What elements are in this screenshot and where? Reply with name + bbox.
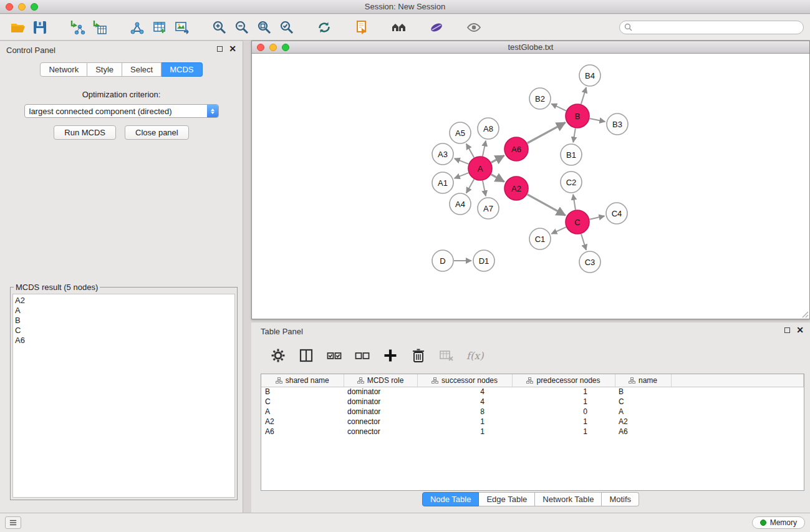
edge-A-A7[interactable] <box>483 181 486 196</box>
mcds-result-item[interactable]: C <box>15 326 234 336</box>
tab-select[interactable]: Select <box>122 62 162 77</box>
node-B3[interactable]: B3 <box>607 114 628 135</box>
table-cell[interactable]: dominator <box>344 397 417 407</box>
node-A8[interactable]: A8 <box>478 118 499 139</box>
close-panel-button[interactable]: Close panel <box>125 125 189 140</box>
new-network-icon[interactable] <box>126 17 148 38</box>
table-cell[interactable]: connector <box>344 427 417 437</box>
edge-A-A4[interactable] <box>466 179 474 193</box>
table-cell[interactable]: A <box>615 407 671 417</box>
deselect-all-icon[interactable] <box>354 347 370 364</box>
close-window-button[interactable] <box>6 3 13 11</box>
node-C4[interactable]: C4 <box>606 203 627 224</box>
float-panel-icon[interactable] <box>217 46 223 52</box>
edge-C-C4[interactable] <box>590 216 605 219</box>
edge-A-A3[interactable] <box>455 158 469 164</box>
node-B[interactable]: B <box>566 104 589 128</box>
table-row[interactable]: Cdominator41C <box>261 397 804 407</box>
mcds-result-item[interactable]: A2 <box>15 296 234 306</box>
table-cell[interactable]: B <box>261 387 344 397</box>
add-row-icon[interactable] <box>382 347 398 364</box>
network-maximize-button[interactable] <box>282 44 289 51</box>
node-D1[interactable]: D1 <box>473 250 494 271</box>
show-hide-icon[interactable] <box>463 17 485 38</box>
column-header-mcds-role[interactable]: MCDS role <box>344 374 417 387</box>
import-network-icon[interactable] <box>66 17 89 38</box>
edge-A-A5[interactable] <box>466 143 474 157</box>
table-cell[interactable]: 4 <box>417 387 512 397</box>
criterion-dropdown[interactable]: largest connected component (directed) <box>24 104 219 118</box>
mcds-result-list[interactable]: A2ABCA6 <box>12 294 235 498</box>
first-neighbors-icon[interactable] <box>388 17 410 38</box>
node-C1[interactable]: C1 <box>529 228 551 249</box>
edge-A6-B[interactable] <box>528 122 566 143</box>
node-A6[interactable]: A6 <box>504 137 528 161</box>
edge-C-C1[interactable] <box>551 227 566 234</box>
zoom-fit-icon[interactable] <box>253 17 276 38</box>
table-row[interactable]: A6connector11A6 <box>261 427 804 437</box>
network-close-button[interactable] <box>257 44 264 51</box>
column-header-predecessor-nodes[interactable]: predecessor nodes <box>512 374 615 387</box>
tab-motifs[interactable]: Motifs <box>602 492 639 506</box>
column-header-shared-name[interactable]: shared name <box>261 374 344 387</box>
column-header-successor-nodes[interactable]: successor nodes <box>417 374 512 387</box>
table-columns-icon[interactable] <box>298 347 314 364</box>
table-cell[interactable]: connector <box>344 417 417 427</box>
delete-row-icon[interactable] <box>410 347 427 364</box>
mcds-result-item[interactable]: B <box>15 316 234 326</box>
mcds-result-item[interactable]: A6 <box>15 336 234 346</box>
node-table-container[interactable]: shared nameMCDS rolesuccessor nodesprede… <box>261 374 804 491</box>
duplicate-network-icon[interactable] <box>350 17 373 38</box>
node-C[interactable]: C <box>566 210 589 234</box>
open-file-icon[interactable] <box>6 17 29 38</box>
node-A1[interactable]: A1 <box>432 172 453 193</box>
node-D[interactable]: D <box>432 250 453 271</box>
table-cell[interactable]: B <box>615 387 671 397</box>
table-cell[interactable]: dominator <box>344 387 417 397</box>
table-cell[interactable]: 8 <box>417 407 512 417</box>
node-A7[interactable]: A7 <box>478 198 499 219</box>
node-table[interactable]: shared nameMCDS rolesuccessor nodesprede… <box>261 374 804 437</box>
zoom-selected-icon[interactable] <box>276 17 298 38</box>
search-field[interactable] <box>619 21 804 34</box>
network-graph[interactable]: B4B2BB3A5A8A6B1A3AA1C2A2A4A7C4CC1C3DD1 <box>252 54 809 318</box>
node-C3[interactable]: C3 <box>579 251 600 273</box>
edge-B-B2[interactable] <box>551 104 566 110</box>
table-row[interactable]: Adominator80A <box>261 407 804 417</box>
network-minimize-button[interactable] <box>269 44 277 51</box>
table-cell[interactable]: 1 <box>512 397 615 407</box>
edge-A-A1[interactable] <box>455 173 469 178</box>
minimize-window-button[interactable] <box>18 3 26 11</box>
node-A4[interactable]: A4 <box>450 193 471 215</box>
table-cell[interactable]: C <box>615 397 671 407</box>
refresh-layout-icon[interactable] <box>313 17 335 38</box>
close-panel-icon[interactable]: ✕ <box>229 46 236 52</box>
tab-mcds[interactable]: MCDS <box>162 62 202 77</box>
new-table-icon[interactable] <box>148 17 171 38</box>
delete-table-icon[interactable] <box>438 347 455 364</box>
table-cell[interactable]: 4 <box>417 397 512 407</box>
close-table-panel-icon[interactable]: ✕ <box>796 327 804 333</box>
table-cell[interactable]: 1 <box>417 427 512 437</box>
resize-grip-icon[interactable] <box>800 309 809 318</box>
network-canvas[interactable]: B4B2BB3A5A8A6B1A3AA1C2A2A4A7C4CC1C3DD1 <box>252 54 809 319</box>
function-builder-icon[interactable]: f(x) <box>466 350 483 362</box>
tab-edge-table[interactable]: Edge Table <box>479 492 535 506</box>
import-table-icon[interactable] <box>89 17 111 38</box>
node-A5[interactable]: A5 <box>450 122 471 143</box>
task-history-button[interactable] <box>5 516 21 529</box>
node-B1[interactable]: B1 <box>561 144 582 165</box>
tab-network[interactable]: Network <box>40 62 87 77</box>
tab-network-table[interactable]: Network Table <box>535 492 602 506</box>
table-cell[interactable]: 1 <box>417 417 512 427</box>
node-A2[interactable]: A2 <box>504 177 528 200</box>
table-cell[interactable]: dominator <box>344 407 417 417</box>
table-cell[interactable]: A <box>261 407 344 417</box>
tab-style[interactable]: Style <box>87 62 122 77</box>
edge-A2-C[interactable] <box>528 195 566 216</box>
maximize-window-button[interactable] <box>31 3 38 11</box>
edge-A-A6[interactable] <box>491 155 504 162</box>
edge-B-B1[interactable] <box>573 128 576 143</box>
node-C2[interactable]: C2 <box>561 172 582 193</box>
table-cell[interactable]: A2 <box>261 417 344 427</box>
